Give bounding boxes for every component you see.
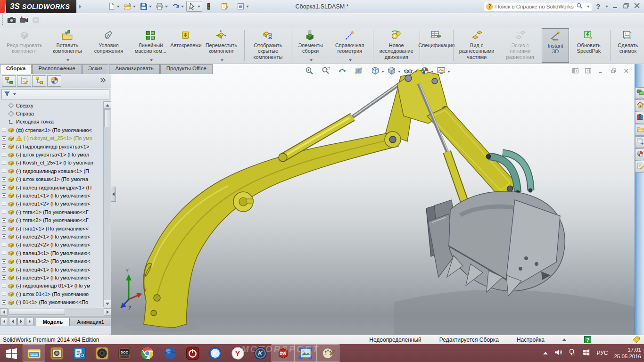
expand-plus-icon[interactable] (2, 193, 6, 197)
expand-plus-icon[interactable] (2, 259, 6, 263)
dropdown-caret-icon[interactable] (117, 6, 120, 8)
configurationmanager-tab[interactable] (32, 75, 46, 87)
file-explorer-tab[interactable] (635, 136, 644, 148)
dropdown-caret-icon[interactable] (310, 59, 313, 61)
appearances-tab[interactable] (635, 148, 644, 160)
search-options-caret-icon[interactable] (587, 6, 590, 8)
tab-assembly[interactable]: Сборка (0, 64, 32, 74)
tree-item[interactable]: (-) палец3<2> (По умолчанию< (2, 257, 103, 265)
dropdown-caret-icon[interactable] (150, 59, 153, 61)
expand-plus-icon[interactable] (2, 226, 6, 230)
wc-close-icon[interactable] (623, 68, 630, 75)
speedpak-button[interactable]: Обновить SpeedPak (569, 28, 609, 63)
linear-pattern-button[interactable]: Линейный массив ком... (129, 28, 172, 63)
language-indicator[interactable]: РУС (596, 350, 608, 356)
options-note-button[interactable] (219, 1, 234, 11)
properties-list-button[interactable] (235, 1, 250, 11)
move-component-button[interactable]: Переместить компонент (199, 28, 243, 63)
clock[interactable]: 17:01 25.05.2016 (614, 346, 641, 360)
scroll-up-button[interactable] (104, 101, 111, 109)
tree-vertical-scrollbar[interactable] (103, 101, 111, 307)
dropdown-caret-icon[interactable] (221, 59, 223, 61)
exploded-view-button[interactable]: Вид с разнесенными частями (455, 28, 498, 63)
display-style-button[interactable] (387, 66, 401, 77)
model-canvas[interactable]: Y X Z (111, 64, 635, 335)
featuremanager-tab[interactable] (2, 75, 16, 87)
start-button[interactable] (0, 344, 23, 362)
motion-study-button[interactable]: Новое исследование движения (375, 28, 418, 63)
tree-item[interactable]: (-) палец2<1> (По умолчанию< (2, 232, 103, 240)
tree-item[interactable]: (-) палец6<1> (По умолчанию< (2, 306, 103, 307)
graphics-area[interactable]: Y X Z (111, 64, 635, 335)
tree-item[interactable]: (-) палец1<2> (По умолчанию< (2, 200, 103, 208)
dropdown-caret-icon[interactable] (133, 6, 136, 8)
zoom-fit-button[interactable] (304, 66, 319, 77)
panel-collapse-handle[interactable] (111, 187, 116, 202)
comments-tab[interactable] (635, 87, 644, 99)
tree-item[interactable]: (-) тяга<2> (По умолчанию<<Г (2, 216, 103, 224)
save-button[interactable] (138, 1, 153, 11)
tree-item[interactable]: (-) шток ковша<1> (По умолча (2, 175, 103, 183)
tab-evaluate[interactable]: Анализировать (109, 64, 159, 74)
view-orientation-button[interactable] (370, 66, 385, 77)
dropdown-caret-icon[interactable] (398, 71, 401, 73)
expand-plus-icon[interactable] (2, 234, 6, 239)
print-button[interactable] (154, 1, 169, 11)
tree-item[interactable]: (-) Гидроцилиндр рукоятьа<1> (2, 142, 103, 150)
dropdown-caret-icon[interactable] (165, 6, 168, 8)
tree-item[interactable]: (-) палец гидроцилиндра<1> (П (2, 183, 103, 191)
tree-item[interactable]: (-) Kovsh_et_25<1> (По умолчан (2, 159, 103, 167)
dropdown-caret-icon[interactable] (66, 59, 69, 61)
snapshot-camera-button[interactable] (5, 15, 17, 26)
status-caret-icon[interactable] (562, 338, 566, 341)
help-caret-icon[interactable] (605, 6, 608, 8)
rebuild-button[interactable] (203, 1, 218, 11)
tree-item[interactable]: (-) тяга<1> (По умолчанию<<Г (2, 208, 103, 216)
wc-pane-l-icon[interactable] (572, 68, 579, 75)
expand-plus-icon[interactable] (2, 267, 6, 272)
file-explorer-icon[interactable] (23, 344, 45, 362)
audio-app-icon[interactable] (91, 344, 113, 362)
wc-min-icon[interactable] (597, 68, 604, 75)
filter-funnel-icon[interactable] (4, 90, 10, 99)
dropdown-caret-icon[interactable] (349, 59, 352, 61)
help-button[interactable]: ? (596, 3, 600, 10)
wc-pane-r-icon[interactable] (585, 68, 592, 75)
publish-edrawing-button[interactable] (30, 15, 42, 26)
help-search-box[interactable]: ? Поиск в Справке по SolidWorks (484, 2, 592, 11)
tab-nav-prev[interactable] (9, 318, 17, 325)
home-tab[interactable] (635, 99, 644, 111)
close-button[interactable] (634, 3, 640, 10)
custom-properties-tab[interactable] (635, 161, 644, 173)
expand-plus-icon[interactable] (2, 153, 6, 157)
dropdown-caret-icon[interactable] (198, 6, 200, 8)
minimize-button[interactable] (612, 3, 619, 10)
smart-fasteners-button[interactable]: Автокрепежи (172, 28, 199, 63)
search-icon[interactable] (576, 2, 583, 11)
zoom-area-button[interactable] (321, 66, 335, 77)
expand-plus-icon[interactable] (2, 218, 6, 222)
tree-item[interactable]: (-) гидроцилиндр ковша<1> (П (2, 167, 103, 175)
tag-icon[interactable] (633, 336, 640, 345)
mate-button[interactable]: Условия сопряжения (88, 28, 129, 63)
custom-status[interactable]: Настройка (517, 337, 545, 343)
expand-plus-icon[interactable] (2, 128, 6, 132)
photos-app-icon[interactable] (45, 344, 68, 362)
open-button[interactable] (122, 1, 137, 11)
scroll-left-button[interactable] (0, 308, 8, 316)
previous-view-button[interactable] (337, 66, 352, 77)
quick-tips-button[interactable]: ? (584, 336, 591, 343)
new-document-button[interactable] (106, 1, 121, 11)
undo-button[interactable] (170, 1, 185, 11)
expand-plus-icon[interactable] (2, 275, 6, 280)
doc-app-icon[interactable]: DOC (113, 344, 136, 362)
power-app-icon[interactable] (181, 344, 204, 362)
expand-plus-icon[interactable] (2, 300, 6, 304)
apply-scene-button[interactable] (436, 66, 451, 77)
tab-nav-first[interactable] (0, 318, 8, 325)
dropdown-caret-icon[interactable] (414, 71, 417, 73)
kompas2-icon[interactable]: K (249, 344, 272, 362)
expand-plus-icon[interactable] (2, 284, 6, 288)
scroll-thumb[interactable] (104, 109, 110, 127)
expand-plus-icon[interactable] (2, 210, 6, 214)
